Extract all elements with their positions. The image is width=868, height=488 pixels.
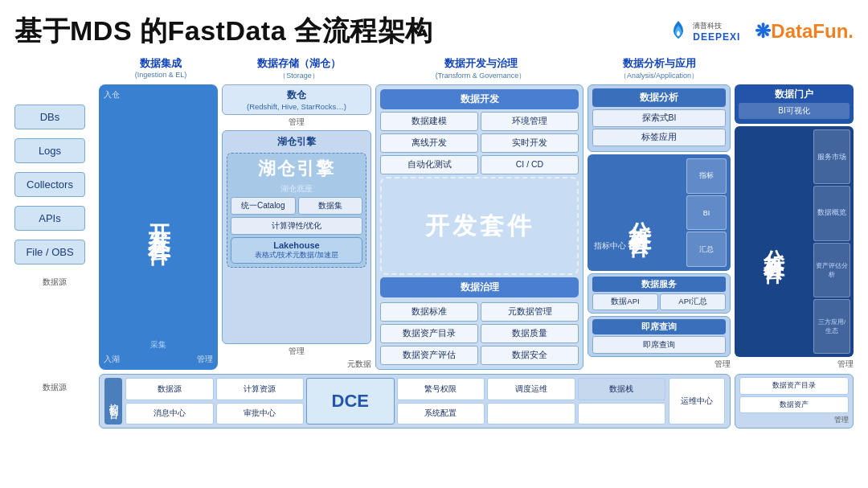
inquiry-header: 即席查询	[592, 319, 726, 334]
storage-meta: 元数据	[222, 359, 371, 370]
bc-ops-center: 运维中心	[669, 378, 725, 424]
storage-manage-bottom: 管理	[222, 347, 371, 357]
ing-ruhu: 入湖	[104, 354, 120, 365]
bc-datacenter: 数据栈	[578, 378, 666, 400]
analysis-top-box: 数据分析 探索式BI 标签应用	[588, 84, 731, 152]
ingestion-big-text: 开发套件	[147, 207, 170, 232]
logo-datafun: ❋DataFun.	[755, 20, 854, 43]
analysis-data-api: 数据API	[592, 293, 658, 310]
app-right-cells: 服务市场 数据概览 资产评估分析 三方应用/生态	[813, 129, 850, 354]
bottom-ops-center: 运维中心	[669, 378, 725, 424]
analysis-service-box: 数据服务 数据API API汇总	[588, 273, 731, 314]
ing-manage: 管理	[197, 354, 213, 365]
analysis-api-summary: API汇总	[660, 293, 726, 310]
brc-asset: 数据资产	[739, 396, 849, 414]
storage-manage-label: 管理	[222, 117, 371, 128]
analysis-big-box: 分析套件 指标 BI 汇总 指标中心	[588, 154, 731, 271]
aprc-eval: 资产评估分析	[813, 243, 850, 297]
tg-standard: 数据标准	[380, 302, 478, 322]
app-portal-box: 数据门户 BI可视化	[735, 84, 854, 124]
t-cicd: CI / CD	[481, 155, 579, 174]
transform-section: 数据开发 数据建模 环境管理 离线开发 实时开发 自动化测试 CI / CD 开…	[375, 84, 583, 370]
app-big-text: 分析套件	[761, 232, 789, 252]
bc-msg: 消息中心	[125, 403, 214, 425]
storage-top-sub: (Redshift, Hive, StarRocks…)	[227, 102, 366, 111]
bottom-right-panel: 数据资产目录 数据资产 管理	[735, 374, 854, 429]
transform-big-text: 开发套件	[425, 210, 534, 243]
sources-bottom-label: 数据源	[14, 277, 95, 288]
arc-summary: 汇总	[686, 232, 727, 267]
aprc-market: 服务市场	[813, 129, 850, 184]
bc-empty1	[487, 403, 575, 425]
transform-gov-grid: 数据标准 元数据管理 数据资产目录 数据质量 数据资产评估 数据安全	[380, 302, 579, 365]
app-manage: 管理	[735, 359, 854, 370]
bottom-row: 数据源 控制台 数据源 计算资源 DCE 繁号权限 调度运维 数据栈 消息中心 …	[14, 374, 854, 429]
source-file-obs: File / OBS	[14, 240, 85, 265]
sources-section: DBs Logs Collectors APIs File / OBS 数据源	[14, 84, 95, 370]
col-label-ingestion: 数据集成 (Ingestion & EL)	[101, 56, 220, 81]
tg-quality: 数据质量	[481, 324, 579, 343]
storage-inner-box: 湖仓引擎 湖仓底座 统一Catalog 数据集 计算弹性/优化 Lakehous…	[227, 153, 366, 268]
transform-dev-grid: 数据建模 环境管理 离线开发 实时开发 自动化测试 CI / CD	[380, 112, 579, 174]
app-bi: BI可视化	[739, 103, 850, 119]
aprc-third: 三方应用/生态	[813, 299, 850, 354]
source-collectors: Collectors	[14, 172, 85, 197]
transform-gov-header: 数据治理	[380, 277, 579, 297]
col-label-storage: 数据存储（湖仓） （Storage）	[224, 56, 374, 81]
bc-datasource: 数据源	[125, 378, 214, 400]
analysis-header: 数据分析	[592, 88, 726, 107]
source-logs: Logs	[14, 138, 85, 163]
bc-syscfg: 系统配置	[397, 403, 485, 425]
source-dbs: DBs	[14, 105, 85, 129]
t-autotest: 自动化测试	[380, 155, 478, 174]
storage-top-title: 数仓	[227, 88, 366, 102]
ingestion-body: 开发套件	[104, 102, 213, 336]
tg-metadata: 元数据管理	[481, 302, 579, 322]
arc-index: 指标	[686, 158, 727, 194]
analysis-big-text: 分析套件	[624, 203, 654, 223]
col-label-analysis: 数据分析与应用 （Analysis/Application）	[588, 56, 731, 81]
deepexi-text: 滴普科技 DEEPEXI	[693, 21, 740, 43]
ingestion-box: 入仓 开发套件 采集 入湖 管理	[99, 84, 218, 370]
col-label-application: x	[735, 56, 854, 81]
analysis-bi: 探索式BI	[592, 109, 726, 127]
source-apis: APIs	[14, 206, 85, 231]
ctrl-tab: 控制台	[104, 378, 122, 424]
bc-compute: 计算资源	[216, 378, 305, 400]
sources-data-label: 数据源	[14, 382, 95, 393]
bottom-gap: 数据源	[14, 374, 95, 429]
transform-dev-header: 数据开发	[380, 89, 579, 109]
tg-catalog: 数据资产目录	[380, 324, 478, 343]
ing-rucang: 入仓	[104, 89, 120, 100]
inquiry-box: 即席查询 即席查询	[588, 316, 731, 357]
diagram-row: DBs Logs Collectors APIs File / OBS 数据源 …	[14, 84, 854, 370]
tg-asset-eval: 数据资产评估	[380, 346, 478, 365]
storage-catalog: 统一Catalog	[231, 197, 296, 215]
analysis-metric-center: 指标中心	[594, 240, 626, 252]
column-labels: 数据集成 (Ingestion & EL) 数据存储（湖仓） （Storage）…	[14, 56, 854, 81]
bc-ops: 调度运维	[487, 378, 575, 400]
storage-big-text: 湖仓引擎	[231, 157, 362, 181]
storage-lakehouse: Lakehouse 表格式/技术元数据/加速层	[231, 237, 362, 264]
logo-deepexi: 滴普科技 DEEPEXI	[669, 19, 740, 43]
bc-auth: 繁号权限	[397, 378, 485, 400]
storage-inner-sub: 湖仓底座	[231, 183, 362, 195]
col-label-transform: 数据开发与治理 (Transform & Governance）	[378, 56, 583, 81]
page-title: 基于MDS 的FastData 全流程架构	[14, 13, 433, 50]
storage-main-box: 湖仓引擎 湖仓引擎 湖仓底座 统一Catalog 数据集 计算弹性/优化 Lak…	[222, 130, 371, 344]
storage-engine: 湖仓引擎	[227, 135, 366, 149]
logos-area: 滴普科技 DEEPEXI ❋DataFun.	[669, 19, 854, 43]
storage-top: 数仓 (Redshift, Hive, StarRocks…)	[222, 84, 371, 115]
transform-big-area: 开发套件	[380, 177, 579, 275]
ingestion-caiji: 采集	[104, 339, 213, 351]
analysis-section: 数据分析 探索式BI 标签应用 分析套件 指标 BI 汇总 指标中心 数据服务 …	[588, 84, 731, 370]
storage-section: 数仓 (Redshift, Hive, StarRocks…) 管理 湖仓引擎 …	[222, 84, 371, 370]
storage-row2: 统一Catalog 数据集	[231, 197, 362, 215]
flame-icon	[669, 19, 688, 43]
app-big-box: 分析套件 服务市场 数据概览 资产评估分析 三方应用/生态	[735, 126, 854, 357]
inquiry-cell: 即席查询	[592, 336, 726, 354]
analysis-right-cells: 指标 BI 汇总	[686, 158, 727, 267]
aprc-overview: 数据概览	[813, 186, 850, 240]
t-env: 环境管理	[481, 112, 579, 131]
title-area: 基于MDS 的FastData 全流程架构 滴普科技 DEEPEXI ❋Data…	[14, 13, 854, 50]
